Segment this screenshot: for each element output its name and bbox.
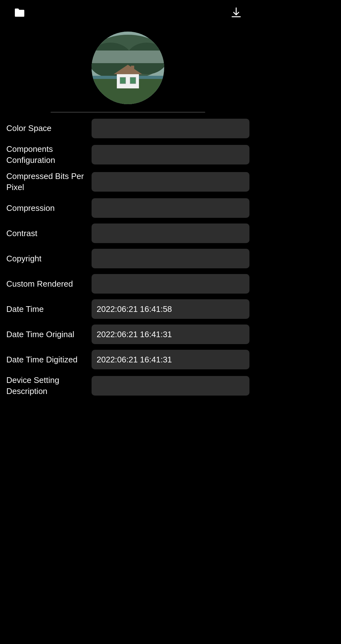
metadata-row: Date Time Digitized2022:06:21 16:41:31 [6, 347, 249, 372]
download-icon[interactable] [229, 6, 243, 20]
meta-value-0[interactable] [92, 119, 249, 138]
meta-label-2: Compressed Bits Per Pixel [6, 171, 92, 193]
metadata-row: Copyright [6, 246, 249, 271]
meta-label-8: Date Time Original [6, 329, 92, 340]
meta-label-0: Color Space [6, 123, 92, 134]
meta-label-7: Date Time [6, 304, 92, 315]
svg-rect-11 [131, 66, 134, 73]
meta-value-8[interactable]: 2022:06:21 16:41:31 [92, 325, 249, 344]
metadata-row: Compression [6, 195, 249, 221]
meta-value-3[interactable] [92, 198, 249, 218]
metadata-row: Compressed Bits Per Pixel [6, 168, 249, 195]
metadata-list: Color SpaceComponents ConfigurationCompr… [0, 113, 256, 409]
metadata-row: Device Setting Description [6, 372, 249, 399]
meta-label-10: Device Setting Description [6, 375, 92, 397]
image-container [0, 25, 256, 107]
meta-value-10[interactable] [92, 376, 249, 396]
svg-rect-4 [92, 51, 164, 63]
metadata-row: Contrast [6, 221, 249, 246]
metadata-row: Color Space [6, 116, 249, 141]
meta-label-4: Contrast [6, 228, 92, 239]
meta-value-6[interactable] [92, 274, 249, 294]
svg-rect-10 [130, 77, 136, 84]
metadata-row: Custom Rendered [6, 271, 249, 296]
meta-label-1: Components Configuration [6, 144, 92, 166]
meta-value-5[interactable] [92, 249, 249, 268]
metadata-row: Date Time Original2022:06:21 16:41:31 [6, 322, 249, 347]
meta-label-3: Compression [6, 203, 92, 214]
meta-value-4[interactable] [92, 224, 249, 243]
meta-label-5: Copyright [6, 253, 92, 264]
meta-value-1[interactable] [92, 145, 249, 164]
svg-rect-9 [120, 77, 126, 84]
meta-value-2[interactable] [92, 172, 249, 192]
metadata-row: Components Configuration [6, 141, 249, 168]
image-preview[interactable] [92, 32, 164, 104]
folder-icon[interactable] [13, 6, 27, 20]
top-bar [0, 0, 256, 25]
meta-value-9[interactable]: 2022:06:21 16:41:31 [92, 350, 249, 369]
meta-label-9: Date Time Digitized [6, 354, 92, 365]
meta-value-7[interactable]: 2022:06:21 16:41:58 [92, 299, 249, 319]
metadata-row: Date Time2022:06:21 16:41:58 [6, 296, 249, 322]
meta-label-6: Custom Rendered [6, 278, 92, 289]
